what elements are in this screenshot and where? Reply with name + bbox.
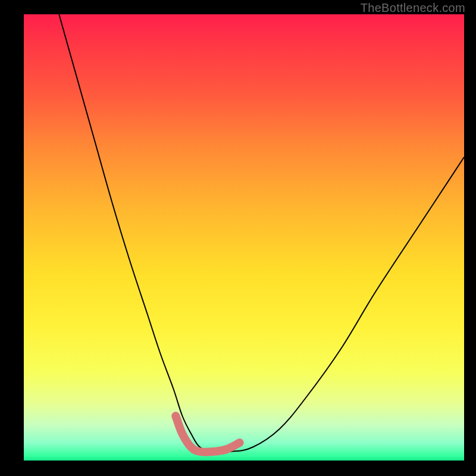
chart-frame: TheBottleneck.com: [0, 0, 476, 476]
curve-layer: [24, 14, 464, 461]
bottleneck-curve: [59, 14, 464, 452]
watermark-text: TheBottleneck.com: [361, 1, 465, 15]
plot-area: [24, 14, 464, 461]
